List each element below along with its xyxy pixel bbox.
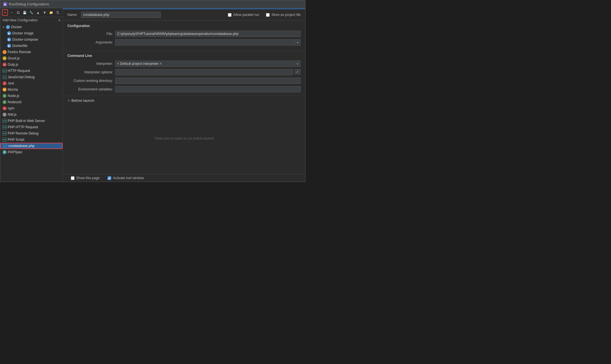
show-page-checkbox[interactable] bbox=[71, 176, 75, 180]
remove-config-button[interactable]: − bbox=[9, 9, 15, 16]
env-vars-row: Environment variables: bbox=[67, 86, 301, 92]
allow-parallel-label: Allow parallel run bbox=[233, 13, 259, 17]
tree-item-docker-image[interactable]: ▶ Docker Image bbox=[0, 30, 63, 36]
tree-label-php-script: PHP Script bbox=[8, 138, 24, 142]
folder-button[interactable]: 📁 bbox=[48, 9, 54, 16]
nwjs-icon: ○ bbox=[3, 113, 7, 117]
config-tree[interactable]: ▼ 🐳 Docker ▶ Docker Image ▶ Docker-compo… bbox=[0, 23, 63, 182]
interpreter-label: Interpreter: bbox=[67, 62, 113, 66]
tree-item-firefox[interactable]: 🦊 Firefox Remote bbox=[0, 49, 63, 55]
arguments-input[interactable] bbox=[115, 39, 295, 46]
tree-label-jest: Jest bbox=[8, 81, 14, 85]
tree-label-nwjs: NW.js bbox=[8, 113, 16, 117]
jest-icon: J bbox=[3, 81, 7, 85]
grunt-icon: G bbox=[3, 56, 7, 60]
interpreter-row: Interpreter: < Default project interpret… bbox=[67, 61, 301, 67]
copy-config-button[interactable]: ⧉ bbox=[15, 9, 21, 16]
run-debug-window: ▶ Run/Debug Configurations + − ⧉ 💾 bbox=[0, 0, 306, 182]
tree-label-mocha: Mocha bbox=[8, 88, 18, 92]
tree-item-nwjs[interactable]: ○ NW.js bbox=[0, 111, 63, 118]
tree-item-php-web-page[interactable]: PHP condatabase.php bbox=[0, 143, 63, 149]
tree-item-gulp[interactable]: G Gulp.js bbox=[0, 61, 63, 68]
tree-item-grunt[interactable]: G Grunt.js bbox=[0, 55, 63, 61]
before-launch-collapse-icon: ▼ bbox=[67, 99, 70, 102]
name-row-container: Name: Allow parallel run Store as projec… bbox=[63, 9, 305, 20]
arguments-row: Arguments: + bbox=[67, 39, 301, 46]
tree-item-jsdebug[interactable]: JS JavaScript Debug bbox=[0, 74, 63, 80]
dockerfile-icon: ▶ bbox=[7, 44, 11, 48]
add-icon: + bbox=[4, 10, 6, 15]
interpreter-options-input[interactable] bbox=[115, 69, 293, 75]
save-config-button[interactable]: 💾 bbox=[22, 9, 28, 16]
tree-item-phpspec[interactable]: P PHPSpec bbox=[0, 149, 63, 155]
php-script-icon: PHP bbox=[3, 138, 7, 142]
tree-item-mocha[interactable]: m Mocha bbox=[0, 86, 63, 93]
tree-label-docker: Docker bbox=[11, 25, 22, 29]
tree-item-dockerfile[interactable]: ▶ Dockerfile bbox=[0, 43, 63, 49]
allow-parallel-group: Allow parallel run bbox=[228, 13, 259, 17]
filter-icon: ≡ bbox=[58, 18, 60, 22]
file-label: File: bbox=[67, 32, 113, 36]
tree-item-php-remote[interactable]: PHP PHP Remote Debug bbox=[0, 130, 63, 136]
before-launch-header[interactable]: ▼ Before launch bbox=[67, 98, 301, 103]
tree-item-http[interactable]: API HTTP Request bbox=[0, 68, 63, 74]
tree-item-docker[interactable]: ▼ 🐳 Docker bbox=[0, 24, 63, 30]
tree-label-docker-compose: Docker-compose bbox=[12, 38, 38, 42]
tree-item-jest[interactable]: J Jest bbox=[0, 80, 63, 86]
npm-icon: n bbox=[3, 106, 7, 110]
store-project-label: Store as project file bbox=[271, 13, 301, 17]
tree-item-docker-compose[interactable]: ▶ Docker-compose bbox=[0, 36, 63, 43]
env-vars-input[interactable] bbox=[115, 86, 301, 92]
activate-tool-checkbox[interactable] bbox=[108, 176, 111, 180]
docker-compose-icon: ▶ bbox=[7, 38, 11, 42]
store-project-group: Store as project file bbox=[266, 13, 301, 17]
tree-item-nodejs[interactable]: N Node.js bbox=[0, 93, 63, 99]
phpspec-icon: P bbox=[3, 150, 7, 154]
tree-label-nodejs: Node.js bbox=[8, 94, 19, 98]
show-page-label: Show this page bbox=[76, 176, 100, 180]
add-config-button[interactable]: + bbox=[2, 9, 8, 16]
settings-button[interactable]: 🔧 bbox=[28, 9, 34, 16]
configuration-section: Configuration File: Arguments: + bbox=[63, 20, 305, 51]
php-web-page-icon: PHP bbox=[3, 144, 7, 148]
folder-icon: 📁 bbox=[49, 11, 53, 15]
bottom-bar: Show this page Activate tool window bbox=[63, 174, 305, 182]
interpreter-select[interactable]: < Default project interpreter > bbox=[115, 61, 301, 67]
tree-label-phpspec: PHPSpec bbox=[8, 150, 22, 154]
tree-item-nodeunit[interactable]: N Nodeunit bbox=[0, 99, 63, 105]
file-input[interactable] bbox=[115, 31, 301, 37]
working-dir-label: Custom working directory: bbox=[67, 79, 113, 83]
move-up-button[interactable]: ▲ bbox=[35, 9, 41, 16]
tree-label-npm: npm bbox=[8, 106, 14, 110]
before-launch-title: Before launch bbox=[71, 98, 94, 103]
before-launch-empty-message: There are no tasks to run before launch bbox=[67, 105, 301, 172]
tree-item-npm[interactable]: n npm bbox=[0, 105, 63, 111]
sort-button[interactable]: ⇅ bbox=[55, 9, 61, 16]
tree-item-php-builtin[interactable]: PHP PHP Built-in Web Server bbox=[0, 118, 63, 124]
name-row: Name: bbox=[67, 12, 221, 18]
arguments-add-btn[interactable]: + bbox=[295, 39, 301, 46]
interpreter-options-label: Interpreter options: bbox=[67, 70, 113, 74]
allow-parallel-checkbox[interactable] bbox=[228, 13, 232, 17]
tree-label-grunt: Grunt.js bbox=[8, 56, 20, 60]
interpreter-options-expand-btn[interactable]: ⤢ bbox=[294, 69, 301, 75]
tree-label-jsdebug: JavaScript Debug bbox=[8, 75, 35, 79]
tree-item-php-http[interactable]: PHP PHP HTTP Request bbox=[0, 124, 63, 130]
tree-label-php-web-page: condatabase.php bbox=[8, 144, 34, 148]
interpreter-select-wrapper: < Default project interpreter > ▼ bbox=[115, 61, 301, 67]
store-project-checkbox[interactable] bbox=[266, 13, 270, 17]
name-field[interactable] bbox=[81, 12, 161, 18]
tree-item-php-script[interactable]: PHP PHP Script bbox=[0, 136, 63, 143]
move-down-button[interactable]: ▼ bbox=[42, 9, 48, 16]
http-icon: API bbox=[3, 69, 7, 73]
wrench-icon: 🔧 bbox=[29, 11, 33, 15]
working-dir-input[interactable] bbox=[115, 78, 301, 84]
working-dir-row: Custom working directory: bbox=[67, 78, 301, 84]
firefox-icon: 🦊 bbox=[3, 50, 7, 54]
tree-label-http: HTTP Request bbox=[8, 69, 30, 73]
right-panel: Name: Allow parallel run Store as projec… bbox=[63, 8, 305, 182]
tree-label-gulp: Gulp.js bbox=[8, 63, 18, 67]
php-http-icon: PHP bbox=[3, 125, 7, 129]
activate-tool-label: Activate tool window bbox=[113, 176, 144, 180]
save-icon: 💾 bbox=[23, 11, 27, 15]
